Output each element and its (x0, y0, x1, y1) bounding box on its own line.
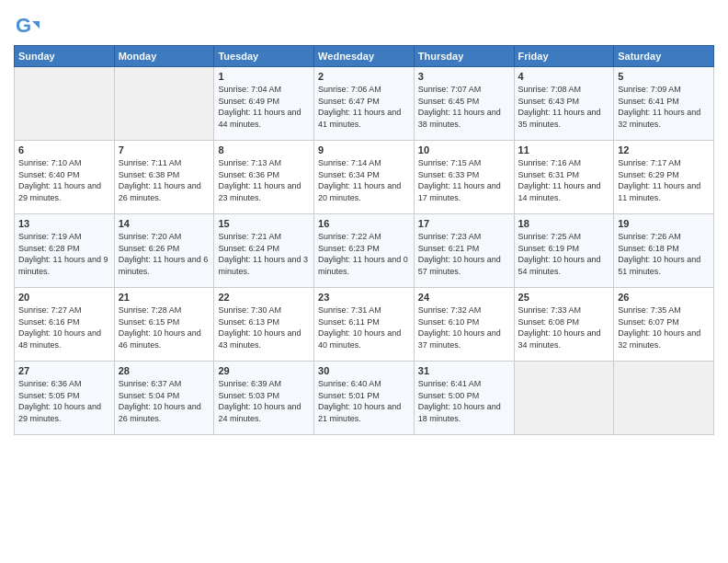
calendar-table: SundayMondayTuesdayWednesdayThursdayFrid… (14, 45, 714, 435)
calendar-cell: 11Sunrise: 7:16 AM Sunset: 6:31 PM Dayli… (514, 141, 614, 214)
calendar-cell: 26Sunrise: 7:35 AM Sunset: 6:07 PM Dayli… (614, 288, 714, 362)
logo-icon: G (14, 14, 40, 40)
day-info: Sunrise: 7:07 AM Sunset: 6:45 PM Dayligh… (418, 84, 510, 130)
day-number: 25 (518, 292, 610, 303)
day-info: Sunrise: 7:10 AM Sunset: 6:40 PM Dayligh… (18, 157, 110, 203)
day-info: Sunrise: 7:16 AM Sunset: 6:31 PM Dayligh… (518, 157, 610, 203)
day-number: 8 (218, 144, 310, 155)
calendar-cell: 27Sunrise: 6:36 AM Sunset: 5:05 PM Dayli… (15, 362, 115, 435)
day-number: 18 (518, 218, 610, 229)
calendar-cell: 4Sunrise: 7:08 AM Sunset: 6:43 PM Daylig… (514, 67, 614, 141)
calendar-cell: 6Sunrise: 7:10 AM Sunset: 6:40 PM Daylig… (15, 141, 115, 214)
calendar-cell (614, 362, 714, 435)
day-header-saturday: Saturday (614, 46, 714, 67)
day-info: Sunrise: 7:17 AM Sunset: 6:29 PM Dayligh… (618, 157, 710, 203)
calendar-cell: 5Sunrise: 7:09 AM Sunset: 6:41 PM Daylig… (614, 67, 714, 141)
day-info: Sunrise: 6:39 AM Sunset: 5:03 PM Dayligh… (218, 378, 310, 424)
day-number: 12 (618, 144, 710, 155)
day-info: Sunrise: 7:21 AM Sunset: 6:24 PM Dayligh… (218, 231, 310, 277)
calendar-cell: 13Sunrise: 7:19 AM Sunset: 6:28 PM Dayli… (15, 214, 115, 288)
day-number: 19 (618, 218, 710, 229)
day-number: 20 (18, 292, 110, 303)
day-number: 28 (119, 365, 210, 376)
calendar-cell (514, 362, 614, 435)
day-number: 27 (18, 365, 110, 376)
day-number: 6 (18, 144, 110, 155)
day-info: Sunrise: 7:33 AM Sunset: 6:08 PM Dayligh… (518, 304, 610, 350)
day-header-tuesday: Tuesday (214, 46, 314, 67)
calendar-week-row: 13Sunrise: 7:19 AM Sunset: 6:28 PM Dayli… (15, 214, 714, 288)
calendar-cell: 23Sunrise: 7:31 AM Sunset: 6:11 PM Dayli… (314, 288, 415, 362)
calendar-cell: 19Sunrise: 7:26 AM Sunset: 6:18 PM Dayli… (614, 214, 714, 288)
day-info: Sunrise: 6:37 AM Sunset: 5:04 PM Dayligh… (119, 378, 210, 424)
calendar-header-row: SundayMondayTuesdayWednesdayThursdayFrid… (15, 46, 714, 67)
calendar-cell: 8Sunrise: 7:13 AM Sunset: 6:36 PM Daylig… (214, 141, 314, 214)
day-number: 4 (518, 71, 610, 82)
day-number: 11 (518, 144, 610, 155)
calendar-cell: 20Sunrise: 7:27 AM Sunset: 6:16 PM Dayli… (15, 288, 115, 362)
day-info: Sunrise: 7:25 AM Sunset: 6:19 PM Dayligh… (518, 231, 610, 277)
calendar-cell: 21Sunrise: 7:28 AM Sunset: 6:15 PM Dayli… (114, 288, 214, 362)
day-number: 15 (218, 218, 310, 229)
day-number: 13 (18, 218, 110, 229)
day-info: Sunrise: 7:13 AM Sunset: 6:36 PM Dayligh… (218, 157, 310, 203)
calendar-cell: 9Sunrise: 7:14 AM Sunset: 6:34 PM Daylig… (314, 141, 415, 214)
day-info: Sunrise: 7:28 AM Sunset: 6:15 PM Dayligh… (119, 304, 210, 350)
day-info: Sunrise: 7:06 AM Sunset: 6:47 PM Dayligh… (318, 84, 410, 130)
day-info: Sunrise: 7:09 AM Sunset: 6:41 PM Dayligh… (618, 84, 710, 130)
day-header-friday: Friday (514, 46, 614, 67)
day-number: 9 (318, 144, 410, 155)
calendar-week-row: 27Sunrise: 6:36 AM Sunset: 5:05 PM Dayli… (15, 362, 714, 435)
day-number: 2 (318, 71, 410, 82)
day-number: 10 (418, 144, 510, 155)
calendar-week-row: 20Sunrise: 7:27 AM Sunset: 6:16 PM Dayli… (15, 288, 714, 362)
calendar-cell: 25Sunrise: 7:33 AM Sunset: 6:08 PM Dayli… (514, 288, 614, 362)
calendar-cell (114, 67, 214, 141)
calendar-cell (15, 67, 115, 141)
day-number: 1 (218, 71, 310, 82)
calendar-cell: 24Sunrise: 7:32 AM Sunset: 6:10 PM Dayli… (414, 288, 514, 362)
day-info: Sunrise: 7:14 AM Sunset: 6:34 PM Dayligh… (318, 157, 410, 203)
svg-marker-1 (32, 21, 40, 29)
calendar-cell: 22Sunrise: 7:30 AM Sunset: 6:13 PM Dayli… (214, 288, 314, 362)
day-info: Sunrise: 6:41 AM Sunset: 5:00 PM Dayligh… (418, 378, 510, 424)
day-number: 16 (318, 218, 410, 229)
day-number: 3 (418, 71, 510, 82)
day-info: Sunrise: 7:30 AM Sunset: 6:13 PM Dayligh… (218, 304, 310, 350)
day-info: Sunrise: 7:04 AM Sunset: 6:49 PM Dayligh… (218, 84, 310, 130)
day-info: Sunrise: 6:36 AM Sunset: 5:05 PM Dayligh… (18, 378, 110, 424)
day-number: 14 (119, 218, 210, 229)
day-number: 26 (618, 292, 710, 303)
calendar-cell: 2Sunrise: 7:06 AM Sunset: 6:47 PM Daylig… (314, 67, 415, 141)
calendar-cell: 17Sunrise: 7:23 AM Sunset: 6:21 PM Dayli… (414, 214, 514, 288)
calendar-cell: 3Sunrise: 7:07 AM Sunset: 6:45 PM Daylig… (414, 67, 514, 141)
calendar-cell: 29Sunrise: 6:39 AM Sunset: 5:03 PM Dayli… (214, 362, 314, 435)
calendar-week-row: 6Sunrise: 7:10 AM Sunset: 6:40 PM Daylig… (15, 141, 714, 214)
calendar-cell: 12Sunrise: 7:17 AM Sunset: 6:29 PM Dayli… (614, 141, 714, 214)
day-header-thursday: Thursday (414, 46, 514, 67)
calendar-cell: 10Sunrise: 7:15 AM Sunset: 6:33 PM Dayli… (414, 141, 514, 214)
day-info: Sunrise: 7:35 AM Sunset: 6:07 PM Dayligh… (618, 304, 710, 350)
day-info: Sunrise: 7:26 AM Sunset: 6:18 PM Dayligh… (618, 231, 710, 277)
calendar-cell: 14Sunrise: 7:20 AM Sunset: 6:26 PM Dayli… (114, 214, 214, 288)
day-header-wednesday: Wednesday (314, 46, 415, 67)
day-info: Sunrise: 7:19 AM Sunset: 6:28 PM Dayligh… (18, 231, 110, 277)
calendar-cell: 31Sunrise: 6:41 AM Sunset: 5:00 PM Dayli… (414, 362, 514, 435)
logo: G (14, 14, 41, 40)
day-info: Sunrise: 7:31 AM Sunset: 6:11 PM Dayligh… (318, 304, 410, 350)
day-header-sunday: Sunday (15, 46, 115, 67)
day-number: 22 (218, 292, 310, 303)
calendar-cell: 15Sunrise: 7:21 AM Sunset: 6:24 PM Dayli… (214, 214, 314, 288)
calendar-cell: 18Sunrise: 7:25 AM Sunset: 6:19 PM Dayli… (514, 214, 614, 288)
day-info: Sunrise: 7:27 AM Sunset: 6:16 PM Dayligh… (18, 304, 110, 350)
day-number: 23 (318, 292, 410, 303)
day-number: 21 (119, 292, 210, 303)
calendar-cell: 16Sunrise: 7:22 AM Sunset: 6:23 PM Dayli… (314, 214, 415, 288)
day-info: Sunrise: 7:08 AM Sunset: 6:43 PM Dayligh… (518, 84, 610, 130)
calendar-cell: 1Sunrise: 7:04 AM Sunset: 6:49 PM Daylig… (214, 67, 314, 141)
day-number: 17 (418, 218, 510, 229)
day-info: Sunrise: 6:40 AM Sunset: 5:01 PM Dayligh… (318, 378, 410, 424)
day-number: 7 (119, 144, 210, 155)
day-info: Sunrise: 7:23 AM Sunset: 6:21 PM Dayligh… (418, 231, 510, 277)
day-info: Sunrise: 7:32 AM Sunset: 6:10 PM Dayligh… (418, 304, 510, 350)
